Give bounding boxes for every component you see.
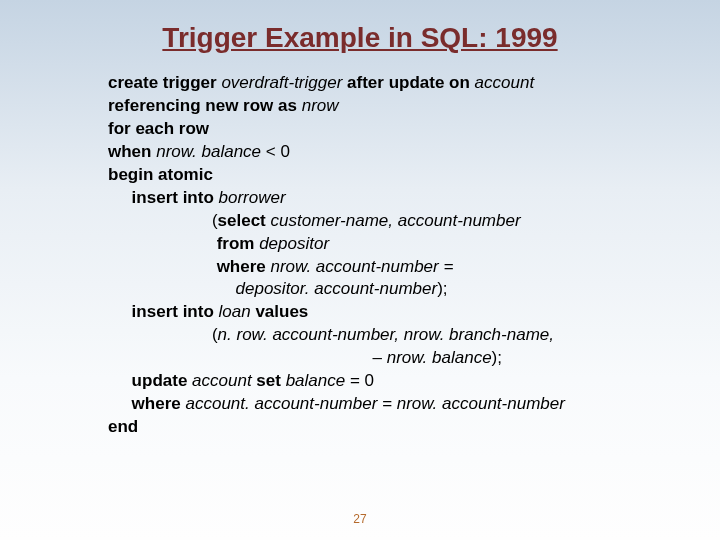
ident: customer-name, account-number [271, 211, 521, 230]
kw: end [108, 417, 138, 436]
kw: set [256, 371, 285, 390]
code-line: where nrow. account-number = [108, 256, 680, 279]
ident: account [192, 371, 256, 390]
plain: = 0 [350, 371, 374, 390]
ident: nrow [302, 96, 339, 115]
plain: ( [108, 211, 218, 230]
ident: depositor [259, 234, 329, 253]
code-line: referencing new row as nrow [108, 95, 680, 118]
ident: account. account-number = nrow. account-… [185, 394, 564, 413]
code-block: create trigger overdraft-trigger after u… [0, 72, 720, 439]
ident: nrow. balance [156, 142, 266, 161]
ident: borrower [219, 188, 286, 207]
code-line: insert into borrower [108, 187, 680, 210]
kw: insert into [108, 188, 219, 207]
plain: < 0 [266, 142, 290, 161]
kw: referencing new row as [108, 96, 302, 115]
kw: where [108, 394, 185, 413]
code-line: (select customer-name, account-number [108, 210, 680, 233]
plain: ); [492, 348, 502, 367]
ident: account [475, 73, 535, 92]
code-line: insert into loan values [108, 301, 680, 324]
code-line: when nrow. balance < 0 [108, 141, 680, 164]
ident: n. row. account-number, nrow. branch-nam… [218, 325, 554, 344]
ident: balance [286, 371, 350, 390]
kw: select [218, 211, 271, 230]
code-line: from depositor [108, 233, 680, 256]
plain: ); [437, 279, 447, 298]
kw: values [255, 302, 308, 321]
ident: overdraft-trigger [221, 73, 347, 92]
code-line: (n. row. account-number, nrow. branch-na… [108, 324, 680, 347]
code-line: end [108, 416, 680, 439]
plain: – [108, 348, 387, 367]
code-line: create trigger overdraft-trigger after u… [108, 72, 680, 95]
ident: nrow. balance [387, 348, 492, 367]
ident: depositor. account-number [236, 279, 438, 298]
code-line: update account set balance = 0 [108, 370, 680, 393]
code-line: where account. account-number = nrow. ac… [108, 393, 680, 416]
slide-title: Trigger Example in SQL: 1999 [0, 0, 720, 72]
kw: insert into [108, 302, 219, 321]
code-line: depositor. account-number); [108, 278, 680, 301]
plain [108, 257, 217, 276]
kw: when [108, 142, 156, 161]
plain [108, 279, 236, 298]
kw: after update on [347, 73, 475, 92]
plain: ( [108, 325, 218, 344]
kw: create trigger [108, 73, 221, 92]
kw: begin atomic [108, 165, 213, 184]
code-line: begin atomic [108, 164, 680, 187]
page-number: 27 [0, 512, 720, 526]
kw: for each row [108, 119, 209, 138]
plain [108, 234, 217, 253]
ident: nrow. account-number = [271, 257, 454, 276]
code-line: for each row [108, 118, 680, 141]
code-line: – nrow. balance); [108, 347, 680, 370]
ident: loan [219, 302, 256, 321]
kw: from [217, 234, 260, 253]
kw: update [108, 371, 192, 390]
kw: where [217, 257, 271, 276]
